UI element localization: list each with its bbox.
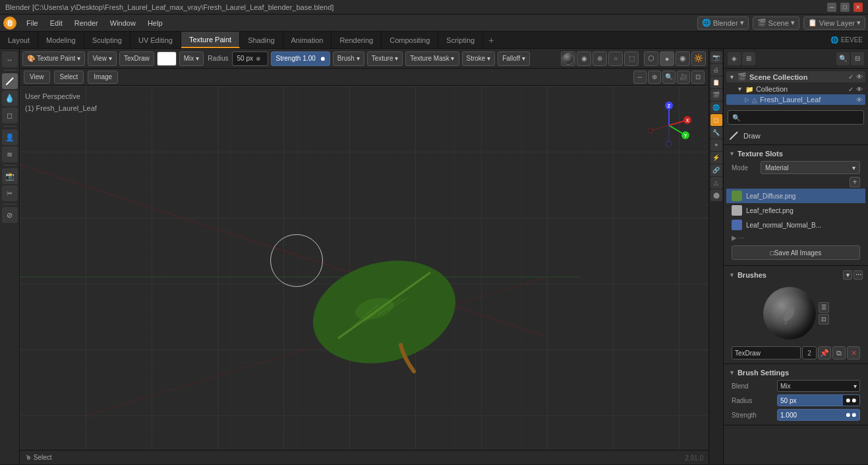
- view-menu[interactable]: View ▾: [88, 51, 117, 66]
- texture-slot-normal[interactable]: Leaf_normal_Normal_B...: [726, 218, 865, 232]
- collection-row[interactable]: ▼ 📁 Collection ✓ 👁: [726, 84, 865, 94]
- props-view-layer[interactable]: 📋: [710, 77, 722, 88]
- search-icon-btn[interactable]: 🔍: [836, 52, 850, 65]
- tab-animation[interactable]: Animation: [283, 32, 332, 48]
- render-mode[interactable]: 🔆: [691, 51, 706, 66]
- brush-ball[interactable]: [763, 287, 816, 340]
- engine-selector[interactable]: 🌐 Blender ▾: [697, 16, 749, 30]
- view-layer-selector[interactable]: 📋 View Layer ▾: [803, 16, 865, 30]
- strength-field[interactable]: Strength 1.00 ⏺: [271, 51, 330, 66]
- tool-select[interactable]: ↔: [2, 51, 18, 67]
- tab-texture-paint[interactable]: Texture Paint: [181, 32, 240, 48]
- add-texture-slot-button[interactable]: +: [850, 177, 860, 187]
- object-item-leaf[interactable]: ▷ △ Fresh_Laurel_Leaf 👁: [726, 94, 865, 105]
- brush-name-display[interactable]: TexDraw: [119, 51, 154, 66]
- select-menu-btn[interactable]: Select: [54, 71, 84, 84]
- texture-dropdown[interactable]: Texture ▾: [367, 51, 403, 66]
- tab-layout[interactable]: Layout: [0, 32, 38, 48]
- tab-scripting[interactable]: Scripting: [438, 32, 483, 48]
- texture-mask-dropdown[interactable]: Texture Mask ▾: [405, 51, 459, 66]
- tab-compositing[interactable]: Compositing: [382, 32, 438, 48]
- nav-icon-2[interactable]: ⊕: [648, 71, 661, 84]
- viewport-shading-rendered[interactable]: ◉: [577, 51, 591, 66]
- image-menu-btn[interactable]: Image: [88, 71, 118, 84]
- menu-help[interactable]: Help: [142, 18, 168, 28]
- brush-color-swatch[interactable]: [157, 51, 177, 66]
- props-constraints[interactable]: 🔗: [710, 164, 722, 176]
- texture-slot-diffuse[interactable]: Leaf_Diffuse.png: [726, 189, 865, 203]
- save-all-images-button[interactable]: □ Save All Images: [732, 245, 860, 260]
- props-object[interactable]: ◻: [710, 114, 722, 126]
- strength-value-field[interactable]: 1.000 ⏺ ⏺: [777, 409, 860, 421]
- nav-icon-1[interactable]: ↔: [633, 71, 647, 84]
- blend-value-field[interactable]: Mix ▾: [777, 380, 860, 392]
- brushes-collapse-btn[interactable]: ▾: [843, 270, 852, 280]
- filter-btn[interactable]: ⊟: [851, 52, 864, 65]
- add-workspace-button[interactable]: +: [483, 32, 499, 48]
- outliner-icon[interactable]: ◈: [728, 52, 741, 65]
- tool-draw[interactable]: [2, 73, 18, 89]
- props-physics[interactable]: ⚡: [710, 152, 722, 164]
- brush-name-field[interactable]: TexDraw: [732, 346, 801, 359]
- solid-mode[interactable]: ●: [660, 51, 674, 66]
- tool-smear[interactable]: ≋: [2, 146, 18, 162]
- mode-dropdown[interactable]: Material ▾: [761, 161, 860, 174]
- radius-value-field[interactable]: 50 px ⏺ ⏺: [777, 394, 860, 406]
- expand-row[interactable]: ▶ ···: [726, 232, 865, 243]
- stroke-dropdown[interactable]: Stroke ▾: [462, 51, 496, 66]
- minimize-button[interactable]: ─: [827, 3, 836, 12]
- right-panel-search[interactable]: 🔍: [728, 110, 864, 125]
- view-perspective-btn[interactable]: View: [24, 71, 50, 84]
- close-button[interactable]: ✕: [854, 3, 863, 12]
- filter-icon[interactable]: ⊞: [742, 52, 755, 65]
- brush-pin-btn[interactable]: 📌: [818, 346, 831, 359]
- wireframe-mode[interactable]: ⬡: [644, 51, 658, 66]
- tab-rendering[interactable]: Rendering: [332, 32, 382, 48]
- maximize-button[interactable]: □: [840, 3, 850, 12]
- tool-annotate[interactable]: 📸: [2, 168, 18, 184]
- tool-fill[interactable]: 💧: [2, 90, 18, 106]
- overlay-toggle[interactable]: ○: [608, 51, 623, 66]
- props-world[interactable]: 🌐: [710, 102, 722, 113]
- scene-selector[interactable]: 🎬 Scene ▾: [753, 16, 799, 30]
- menu-edit[interactable]: Edit: [45, 18, 68, 28]
- tool-brush-custom[interactable]: ⊘: [2, 207, 18, 223]
- props-render[interactable]: 📷: [710, 51, 722, 63]
- tab-modeling[interactable]: Modeling: [38, 32, 84, 48]
- props-scene[interactable]: 🎬: [710, 89, 722, 101]
- blend-mode-selector[interactable]: Mix ▾: [179, 51, 204, 66]
- tool-erase[interactable]: ◻: [2, 108, 18, 123]
- brush-delete-btn[interactable]: ✕: [847, 346, 860, 359]
- props-output[interactable]: 🖨: [710, 64, 722, 76]
- brush-dropdown[interactable]: Brush ▾: [333, 51, 364, 66]
- brushes-settings-btn[interactable]: ⋯: [854, 270, 863, 280]
- texture-slot-reflect[interactable]: Leaf_reflect.png: [726, 203, 865, 218]
- scene-collection-header[interactable]: ▼ 🎬 Scene Collection ✓ 👁: [726, 71, 865, 82]
- nav-icon-camera[interactable]: 🎥: [677, 71, 690, 84]
- props-particles[interactable]: ✦: [710, 139, 722, 151]
- tab-sculpting[interactable]: Sculpting: [84, 32, 130, 48]
- nav-icon-zoom[interactable]: 🔍: [662, 71, 676, 84]
- menu-render[interactable]: Render: [69, 18, 103, 28]
- falloff-dropdown[interactable]: Falloff ▾: [498, 51, 530, 66]
- texture-slots-header[interactable]: ▼ Texture Slots: [726, 148, 865, 160]
- menu-file[interactable]: File: [21, 18, 43, 28]
- brush-list-icon[interactable]: ☰: [819, 302, 829, 313]
- brush-copy-btn[interactable]: ⧉: [832, 346, 846, 359]
- props-data[interactable]: △: [710, 177, 722, 189]
- menu-window[interactable]: Window: [105, 18, 141, 28]
- gizmo-toggle[interactable]: ⊕: [593, 51, 607, 66]
- brushes-header[interactable]: ▼ Brushes ▾ ⋯: [726, 268, 865, 282]
- radius-field[interactable]: 50 px ⏺: [232, 51, 268, 66]
- blender-logo[interactable]: B: [3, 16, 17, 30]
- material-mode[interactable]: ◉: [676, 51, 690, 66]
- tab-uv-editing[interactable]: UV Editing: [130, 32, 181, 48]
- props-modifier[interactable]: 🔧: [710, 127, 722, 139]
- tab-shading[interactable]: Shading: [240, 32, 283, 48]
- brush-preview-icon[interactable]: ⊡: [819, 314, 829, 325]
- brush-settings-header[interactable]: ▼ Brush Settings: [726, 367, 865, 379]
- window-controls[interactable]: ─ □ ✕: [827, 3, 863, 12]
- tool-clone[interactable]: 👤: [2, 129, 18, 145]
- props-material[interactable]: ⬤: [710, 189, 722, 201]
- mode-selector[interactable]: 🎨 Texture Paint ▾: [22, 51, 85, 66]
